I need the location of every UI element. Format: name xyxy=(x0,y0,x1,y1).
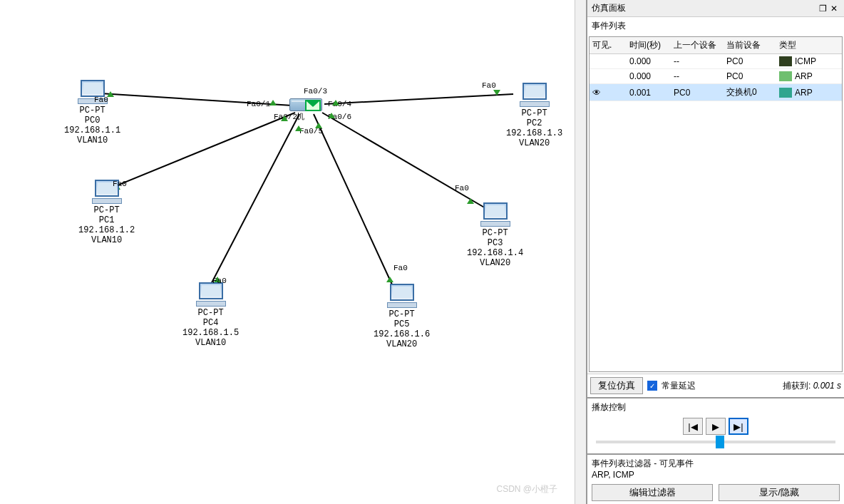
event-cur: PC0 xyxy=(724,69,776,83)
interface-label: Fa0 xyxy=(393,264,408,272)
link-status-icon xyxy=(332,100,339,106)
event-list-header: 可见. 时间(秒) 上一个设备 当前设备 类型 xyxy=(590,37,842,54)
col-type[interactable]: 类型 xyxy=(776,37,842,53)
pc-icon xyxy=(520,83,550,107)
device-labels: PC-PT PC2 192.168.1.3 VLAN20 xyxy=(506,108,562,148)
device-labels: PC-PT PC0 192.168.1.1 VLAN10 xyxy=(64,106,120,145)
restore-icon[interactable]: ❐ xyxy=(817,3,828,14)
svg-line-2 xyxy=(207,114,299,292)
filter-protocols: ARP, ICMP xyxy=(592,470,840,480)
event-filter-section: 事件列表过滤器 - 可见事件 ARP, ICMP 编辑过滤器 显示/隐藏 xyxy=(587,453,844,504)
close-icon[interactable]: ✕ xyxy=(828,3,840,14)
event-time: 0.001 xyxy=(627,86,671,100)
event-row[interactable]: 0.001 PC0 交换机0 ARP xyxy=(590,84,842,101)
capture-status: 捕获到: 0.001 s xyxy=(700,380,841,392)
link-status-icon xyxy=(328,113,335,118)
event-type: ARP xyxy=(776,86,842,100)
type-color-swatch xyxy=(779,56,792,66)
svg-line-5 xyxy=(314,114,396,292)
const-delay-checkbox[interactable]: ✓ xyxy=(647,381,657,391)
link-status-icon xyxy=(315,123,322,128)
event-cur: 交换机0 xyxy=(724,84,776,101)
panel-title: 仿真面板 xyxy=(592,2,817,14)
speed-slider[interactable] xyxy=(596,441,835,443)
device-labels: PC-PT PC5 192.168.1.6 VLAN20 xyxy=(374,309,430,349)
panel-header: 仿真面板 ❐ ✕ xyxy=(587,0,844,17)
event-visible xyxy=(590,74,627,78)
play-button[interactable]: ▶ xyxy=(706,418,726,435)
step-back-button[interactable]: |◀ xyxy=(683,418,703,435)
event-time: 0.000 xyxy=(627,69,671,83)
pc-icon xyxy=(196,282,226,307)
interface-label: Fa0 xyxy=(212,277,227,285)
col-prev-device[interactable]: 上一个设备 xyxy=(671,37,724,53)
watermark: CSDN @小橙子 xyxy=(496,483,557,495)
event-row[interactable]: 0.000 -- PC0 ARP xyxy=(590,69,842,84)
edit-filter-button[interactable]: 编辑过滤器 xyxy=(592,484,713,501)
event-time: 0.000 xyxy=(627,54,671,68)
event-prev: -- xyxy=(671,54,724,68)
device-labels: PC-PT PC4 192.168.1.5 VLAN10 xyxy=(182,308,239,348)
interface-label: Fa0 xyxy=(455,184,469,192)
eye-icon xyxy=(592,88,601,98)
show-hide-button[interactable]: 显示/隐藏 xyxy=(719,484,840,501)
link-status-icon xyxy=(281,115,288,121)
type-color-swatch xyxy=(779,88,792,98)
event-cur: PC0 xyxy=(724,54,776,68)
pc-device-pc4[interactable]: PC-PT PC4 192.168.1.5 VLAN10 xyxy=(182,282,239,348)
event-prev: PC0 xyxy=(671,86,724,100)
event-visible xyxy=(590,59,627,63)
filter-title: 事件列表过滤器 - 可见事件 xyxy=(592,458,840,470)
port-label: Fa0/3 xyxy=(304,87,327,96)
event-type: ARP xyxy=(776,69,842,83)
pc-device-pc1[interactable]: PC-PT PC1 192.168.1.2 VLAN10 xyxy=(78,180,135,245)
event-visible xyxy=(590,86,627,100)
event-type: ICMP xyxy=(776,54,842,68)
step-forward-button[interactable]: ▶| xyxy=(729,418,748,435)
svg-line-4 xyxy=(322,113,490,211)
port-label: Fa0/1 xyxy=(247,100,270,108)
event-prev: -- xyxy=(671,69,724,83)
event-row[interactable]: 0.000 -- PC0 ICMP xyxy=(590,54,842,69)
col-visible[interactable]: 可见. xyxy=(590,37,627,53)
link-status-icon xyxy=(269,100,277,106)
sim-footer: 复位仿真 ✓ 常量延迟 捕获到: 0.001 s xyxy=(587,374,844,397)
interface-label: Fa0 xyxy=(113,180,127,188)
link-status-icon xyxy=(493,90,500,96)
interface-label: Fa0 xyxy=(94,96,108,104)
slider-thumb[interactable] xyxy=(716,436,724,448)
simulation-panel: 仿真面板 ❐ ✕ 事件列表 可见. 时间(秒) 上一个设备 当前设备 类型 0.… xyxy=(586,0,844,504)
event-list-title: 事件列表 xyxy=(587,17,844,35)
pc-device-pc5[interactable]: PC-PT PC5 192.168.1.6 VLAN20 xyxy=(374,284,430,349)
svg-line-3 xyxy=(324,94,513,104)
playback-section: 播放控制 |◀ ▶ ▶| xyxy=(587,397,844,453)
pc-icon xyxy=(387,284,417,308)
event-list: 可见. 时间(秒) 上一个设备 当前设备 类型 0.000 -- PC0 ICM… xyxy=(589,36,843,372)
link-status-icon xyxy=(295,125,302,131)
pc-device-pc3[interactable]: PC-PT PC3 192.168.1.4 VLAN20 xyxy=(467,202,523,268)
device-labels: PC-PT PC3 192.168.1.4 VLAN20 xyxy=(467,228,523,268)
pc-device-pc0[interactable]: PC-PT PC0 192.168.1.1 VLAN10 xyxy=(64,80,120,145)
topology-canvas[interactable]: 机 Fa0/1 Fa0/2 Fa0/3 Fa0/4 Fa0/5 Fa0/6 PC… xyxy=(0,0,586,504)
pc-icon xyxy=(480,202,510,227)
type-color-swatch xyxy=(779,71,792,81)
interface-label: Fa0 xyxy=(482,81,496,90)
pdu-envelope-icon[interactable] xyxy=(305,100,321,111)
const-delay-label: 常量延迟 xyxy=(662,380,696,392)
pc-device-pc2[interactable]: PC-PT PC2 192.168.1.3 VLAN20 xyxy=(506,83,562,148)
port-label: Fa0/4 xyxy=(328,100,351,108)
col-time[interactable]: 时间(秒) xyxy=(627,37,671,53)
link-status-icon xyxy=(386,277,393,282)
playback-title: 播放控制 xyxy=(590,400,841,418)
device-labels: PC-PT PC1 192.168.1.2 VLAN10 xyxy=(78,205,135,245)
canvas-scrollbar-vertical[interactable] xyxy=(575,0,586,504)
switch-label: 机 xyxy=(297,111,304,122)
reset-sim-button[interactable]: 复位仿真 xyxy=(590,377,643,394)
col-cur-device[interactable]: 当前设备 xyxy=(724,37,776,53)
